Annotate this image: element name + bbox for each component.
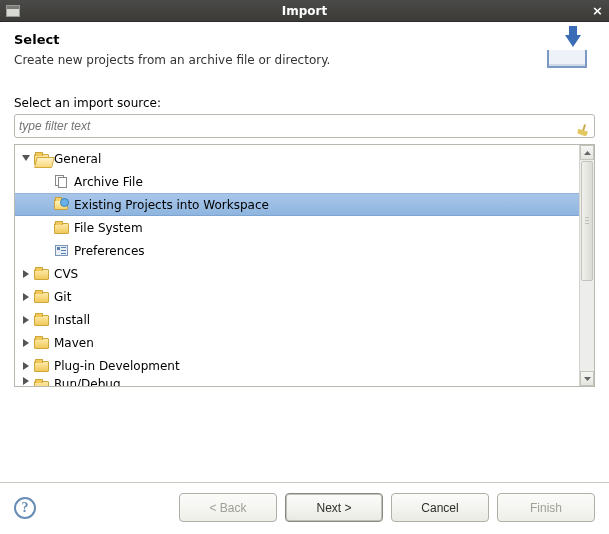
tree-label: Archive File [74,175,143,189]
expand-toggle[interactable] [21,316,31,324]
tree-container: General Archive File Existing Projects i… [14,144,595,387]
tree-label: Plug-in Development [54,359,180,373]
expand-toggle[interactable] [21,377,31,385]
tree-label: File System [74,221,143,235]
folder-icon [33,289,49,305]
import-icon [545,32,589,70]
page-title: Select [14,32,330,47]
wizard-footer: ? < Back Next > Cancel Finish [0,482,609,534]
scroll-thumb[interactable] [581,161,593,281]
scrollbar[interactable] [579,145,594,386]
svg-marker-4 [23,339,29,347]
window-icon [6,5,20,17]
filter-input[interactable] [19,119,574,133]
tree-node-general[interactable]: General [15,147,579,170]
expand-toggle[interactable] [21,293,31,301]
svg-marker-8 [584,377,591,381]
expand-toggle[interactable] [21,270,31,278]
svg-marker-5 [23,362,29,370]
tree-node-git[interactable]: Git [15,285,579,308]
folder-icon [33,335,49,351]
tree-node-archive-file[interactable]: Archive File [15,170,579,193]
clear-filter-icon[interactable] [574,118,590,134]
expand-toggle[interactable] [21,362,31,370]
tree-node-cvs[interactable]: CVS [15,262,579,285]
tree-label: Existing Projects into Workspace [74,198,269,212]
source-label: Select an import source: [14,96,595,110]
folder-icon [33,312,49,328]
tree-label: Git [54,290,71,304]
page-subtitle: Create new projects from an archive file… [14,53,330,67]
tree-label: Run/Debug [54,377,121,386]
filter-row [14,114,595,138]
tree-label: General [54,152,101,166]
scroll-down-icon[interactable] [580,371,594,386]
titlebar: Import × [0,0,609,22]
folder-icon [33,358,49,374]
svg-marker-3 [23,316,29,324]
tree-label: Preferences [74,244,145,258]
close-icon[interactable]: × [592,3,603,18]
svg-marker-2 [23,293,29,301]
folder-icon [53,220,69,236]
tree-node-plugin-dev[interactable]: Plug-in Development [15,354,579,377]
wizard-header: Select Create new projects from an archi… [0,22,609,84]
archive-file-icon [53,174,69,190]
finish-button: Finish [497,493,595,522]
preferences-icon [53,243,69,259]
window-title: Import [0,4,609,18]
project-import-icon [53,197,69,213]
folder-icon [33,377,49,386]
cancel-button[interactable]: Cancel [391,493,489,522]
tree-label: Maven [54,336,94,350]
svg-marker-7 [584,151,591,155]
help-button[interactable]: ? [14,497,36,519]
next-button[interactable]: Next > [285,493,383,522]
tree-label: Install [54,313,90,327]
back-button: < Back [179,493,277,522]
tree-node-file-system[interactable]: File System [15,216,579,239]
folder-open-icon [33,151,49,167]
tree-node-existing-projects[interactable]: Existing Projects into Workspace [15,193,579,216]
svg-marker-1 [23,270,29,278]
tree-label: CVS [54,267,78,281]
svg-marker-6 [23,377,29,385]
tree-node-preferences[interactable]: Preferences [15,239,579,262]
scroll-up-icon[interactable] [580,145,594,160]
tree-node-run-debug[interactable]: Run/Debug [15,377,579,386]
expand-toggle[interactable] [21,339,31,347]
import-source-tree[interactable]: General Archive File Existing Projects i… [15,145,579,386]
folder-icon [33,266,49,282]
expand-toggle[interactable] [21,155,31,163]
tree-node-install[interactable]: Install [15,308,579,331]
tree-node-maven[interactable]: Maven [15,331,579,354]
svg-marker-0 [22,155,30,161]
